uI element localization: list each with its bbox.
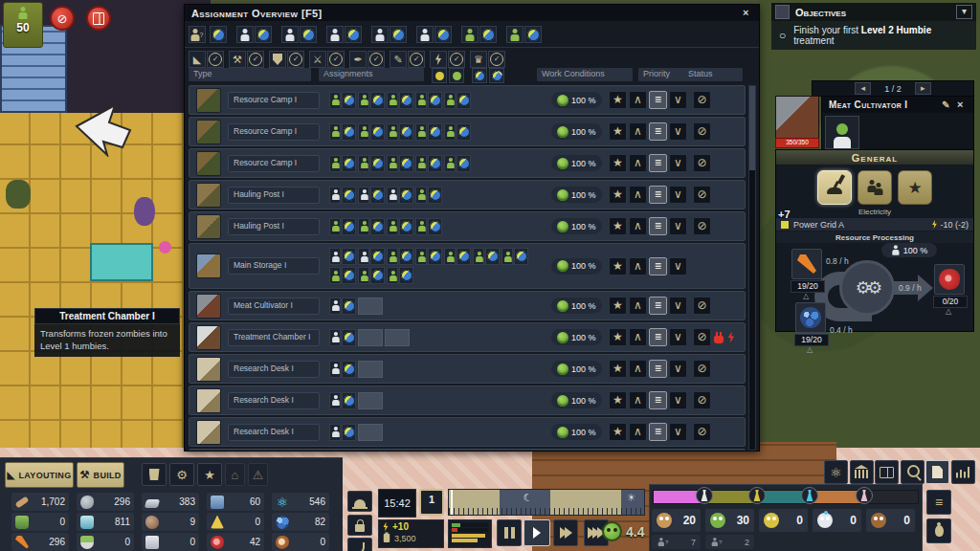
assigned-worker-slot[interactable]	[329, 218, 356, 235]
bug-icon[interactable]	[926, 518, 951, 543]
priority-block-button[interactable]: ⊘	[693, 154, 711, 172]
priority-favorite-button[interactable]: ★	[609, 91, 627, 109]
assigned-worker-slot[interactable]	[329, 298, 356, 315]
workers-tab[interactable]	[858, 170, 892, 205]
day-night-timeline[interactable]: ☾ ☀	[448, 489, 645, 516]
resource-metal[interactable]: 383	[142, 493, 199, 511]
priority-lower-button[interactable]: ∨	[669, 154, 687, 172]
assigned-worker-slot[interactable]	[387, 155, 413, 172]
objectives-checkbox-icon[interactable]	[775, 5, 790, 19]
empty-worker-slot[interactable]	[358, 392, 383, 409]
priority-block-button[interactable]: ⊘	[693, 360, 711, 378]
worker-filter-2[interactable]	[281, 26, 317, 43]
assigned-worker-slot[interactable]	[387, 267, 413, 284]
humbie-head-icon[interactable]	[432, 68, 447, 83]
priority-block-button[interactable]: ⊘	[693, 217, 711, 235]
assigned-worker-slot[interactable]	[358, 123, 385, 141]
priority-favorite-button[interactable]: ★	[609, 154, 627, 172]
calendar-button[interactable]: ''' 1	[419, 489, 444, 516]
empty-worker-slot[interactable]	[358, 424, 383, 441]
task-filter-hunting[interactable]: ⚔✓	[309, 51, 345, 68]
priority-raise-button[interactable]: ∧	[629, 423, 647, 441]
population-face-white[interactable]: 0	[813, 509, 861, 532]
statistics-icon[interactable]	[951, 460, 975, 484]
assigned-worker-slot[interactable]	[415, 248, 442, 265]
priority-raise-button[interactable]: ∧	[629, 391, 647, 409]
journal-icon[interactable]	[875, 460, 899, 484]
task-filter-layouting[interactable]: ◣✓	[189, 51, 224, 68]
priority-equal-button[interactable]: ≡	[649, 297, 667, 315]
trash-icon[interactable]	[142, 463, 167, 486]
assigned-worker-slot[interactable]	[387, 218, 413, 235]
layouting-button[interactable]: ◣ Layouting	[5, 462, 74, 488]
priority-block-button[interactable]: ⊘	[693, 186, 711, 204]
assigned-worker-slot[interactable]	[501, 248, 528, 265]
assigned-worker-slot[interactable]	[329, 187, 356, 204]
assigned-worker-slot[interactable]	[329, 155, 356, 172]
priority-equal-button[interactable]: ≡	[649, 91, 667, 109]
task-filter-farming[interactable]: ✒✓	[349, 51, 385, 68]
no-entry-icon[interactable]: ⊘	[50, 6, 75, 31]
priority-raise-button[interactable]: ∧	[629, 360, 647, 378]
assigned-worker-slot[interactable]	[415, 155, 442, 172]
empty-worker-slot[interactable]	[358, 298, 383, 315]
empty-worker-slot[interactable]	[358, 329, 383, 346]
population-face-green[interactable]: 30	[705, 509, 754, 532]
column-work-conditions[interactable]: Work Conditions	[537, 68, 633, 81]
chevron-down-icon[interactable]: ▾	[956, 5, 972, 19]
resource-tent[interactable]: 0	[207, 513, 264, 531]
worker-filter-1[interactable]	[236, 26, 272, 43]
expand-caret[interactable]: △	[807, 345, 813, 354]
assigned-worker-slot[interactable]	[415, 92, 442, 109]
assigned-worker-slot[interactable]	[358, 187, 385, 204]
expand-caret[interactable]: △	[803, 292, 809, 300]
assigned-worker-slot[interactable]	[358, 92, 385, 109]
fast-forward-button[interactable]	[553, 519, 578, 546]
priority-lower-button[interactable]: ∨	[669, 328, 687, 346]
population-face-yellow[interactable]: 0	[759, 509, 808, 532]
assigned-worker-slot[interactable]	[444, 248, 471, 265]
population-face-tan[interactable]: 20	[652, 509, 701, 532]
priority-equal-button[interactable]: ≡	[649, 423, 667, 441]
assigned-worker-slot[interactable]	[329, 123, 356, 141]
task-filter-production[interactable]: ⚒✓	[229, 51, 264, 68]
resource-salad[interactable]: 0	[77, 533, 134, 551]
worker-filter-6[interactable]	[461, 26, 497, 43]
resource-stone[interactable]: 296	[77, 493, 134, 511]
close-icon[interactable]: ×	[740, 7, 752, 19]
priority-block-button[interactable]: ⊘	[693, 391, 711, 409]
pending-counter[interactable]: ?2	[705, 535, 754, 549]
priority-raise-button[interactable]: ∧	[629, 328, 647, 346]
resource-carrot[interactable]: 296	[11, 533, 69, 551]
objective-entry[interactable]: ○ Finish your first Level 2 Humbie treat…	[771, 21, 976, 50]
priority-equal-button[interactable]: ≡	[649, 154, 667, 172]
lock-icon[interactable]	[347, 515, 372, 536]
priority-equal-button[interactable]: ≡	[649, 186, 667, 204]
task-filter-electricity[interactable]: ✓	[430, 51, 465, 68]
power-grid-row[interactable]: Power Grid A -10 (-2)	[776, 218, 973, 231]
chevron-right-icon[interactable]: ▸	[915, 82, 931, 95]
resource-cooked-meat[interactable]: 0	[272, 533, 329, 551]
resource-blueberries[interactable]: 82	[272, 513, 329, 531]
building-thumbnail[interactable]	[775, 96, 819, 140]
worker-filter-4[interactable]	[371, 26, 407, 43]
priority-equal-button[interactable]: ≡	[649, 257, 667, 276]
assigned-worker-slot[interactable]	[387, 187, 413, 204]
list-menu-icon[interactable]: ≡	[926, 490, 951, 515]
assigned-worker-slot[interactable]	[329, 267, 356, 284]
assigned-worker-slot[interactable]	[329, 361, 356, 378]
star-icon[interactable]: ★	[197, 463, 222, 486]
expand-caret[interactable]: △	[946, 307, 951, 316]
priority-equal-button[interactable]: ≡	[649, 360, 667, 378]
assigned-worker-slot[interactable]	[387, 92, 413, 109]
play-button[interactable]	[523, 519, 550, 546]
worker-filter-7[interactable]	[506, 26, 542, 43]
assigned-worker-slot[interactable]	[329, 92, 356, 109]
assigned-worker-slot[interactable]	[473, 248, 500, 265]
pause-button[interactable]	[497, 519, 522, 546]
resource-fiber[interactable]: 60	[207, 493, 264, 511]
close-icon[interactable]: ×	[954, 99, 967, 111]
empty-worker-slot[interactable]	[358, 361, 383, 378]
priority-favorite-button[interactable]: ★	[609, 360, 627, 378]
rulebook-icon[interactable]	[86, 6, 111, 31]
